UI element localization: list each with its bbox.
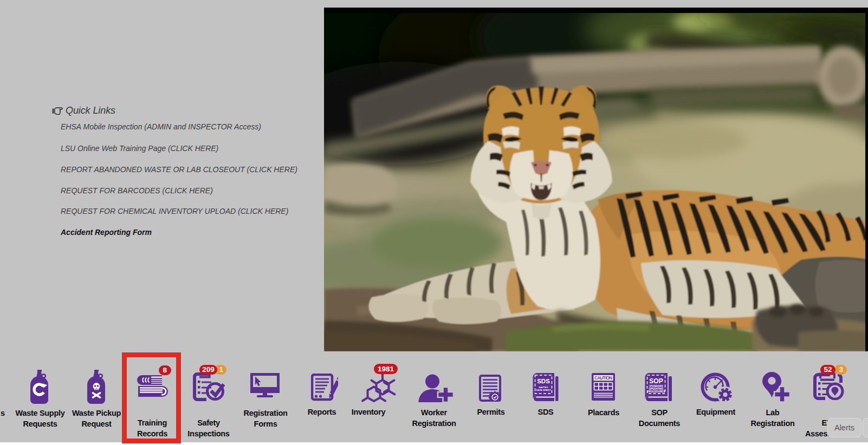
svg-text:SOP: SOP <box>649 377 663 385</box>
svg-text:SAFTEY: SAFTEY <box>539 386 548 389</box>
svg-text:CAUTION: CAUTION <box>594 376 612 381</box>
svg-text:SDS: SDS <box>537 378 550 384</box>
svg-text:DATA SHEET: DATA SHEET <box>536 389 551 391</box>
svg-text:PROCEDURES: PROCEDURES <box>647 390 665 393</box>
